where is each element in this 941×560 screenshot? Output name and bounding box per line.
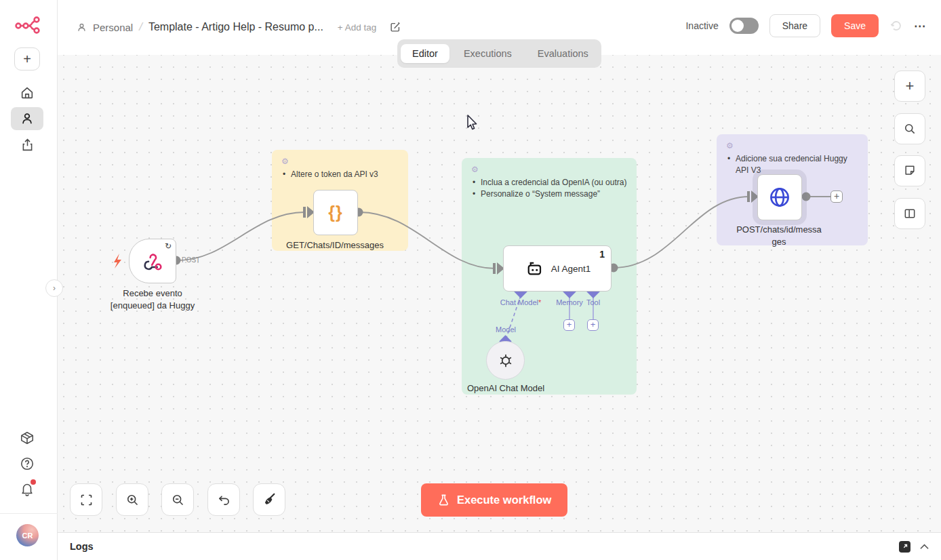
zoom-out-button[interactable] xyxy=(161,483,194,516)
tab-editor[interactable]: Editor xyxy=(401,44,449,63)
zoom-in-button[interactable] xyxy=(116,483,148,516)
add-sticky-button[interactable] xyxy=(894,155,925,186)
sticky-note-text: Inclua a credencial da OpenIA (ou outra) xyxy=(471,177,627,188)
sidebar-item-help[interactable] xyxy=(11,452,43,475)
zoom-out-icon xyxy=(171,493,185,507)
view-tabs: Editor Executions Evaluations xyxy=(397,39,601,68)
breadcrumb: Personal / Template - Artigo Help - Resu… xyxy=(77,20,401,34)
sidebar-item-templates[interactable] xyxy=(11,426,43,449)
webhook-icon xyxy=(141,249,164,273)
robot-icon xyxy=(524,258,544,279)
n8n-logo xyxy=(15,16,41,36)
popout-arrow-icon xyxy=(902,543,908,550)
undo-icon xyxy=(217,493,231,507)
sticky-note-text: Adicione sua credencial Huggy API V3 xyxy=(726,153,858,177)
help-icon xyxy=(20,456,35,471)
execute-workflow-button[interactable]: Execute workflow xyxy=(421,483,567,517)
iteration-badge: 1 xyxy=(599,249,605,260)
port-label-model: Model xyxy=(485,325,526,334)
workflow-title[interactable]: Template - Artigo Help - Resumo p... xyxy=(148,21,323,33)
open-logs-window-button[interactable] xyxy=(899,541,910,553)
split-panel-icon xyxy=(903,207,917,220)
node-http-get[interactable]: {} xyxy=(313,190,358,235)
node-http-post[interactable] xyxy=(757,174,802,220)
sidebar-item-home[interactable] xyxy=(11,81,43,104)
http-request-icon: {} xyxy=(328,203,342,222)
gear-icon: ⚙ xyxy=(726,141,858,151)
add-tool-button[interactable]: + xyxy=(587,319,599,331)
toggle-panel-button[interactable] xyxy=(894,198,925,229)
zoom-in-icon xyxy=(125,493,140,507)
share-out-icon xyxy=(20,138,35,152)
n8n-workflow-editor: ⚙ Altere o token da API v3 ⚙ Inclua a cr… xyxy=(0,0,941,560)
active-toggle[interactable] xyxy=(729,18,759,34)
notification-dot xyxy=(31,479,36,485)
sticky-note-text: Altere o token da API v3 xyxy=(281,169,399,180)
package-icon xyxy=(20,431,35,445)
home-icon xyxy=(20,85,35,100)
node-label-openai: OpenAI Chat Model xyxy=(458,382,553,395)
person-icon xyxy=(20,111,35,126)
node-ai-agent[interactable]: 1 AI Agent1 xyxy=(503,245,612,292)
globe-icon xyxy=(767,185,792,209)
fit-view-icon xyxy=(79,493,94,507)
undo-button[interactable] xyxy=(207,483,240,516)
share-button[interactable]: Share xyxy=(769,14,820,37)
fit-view-button[interactable] xyxy=(70,483,102,516)
breadcrumb-separator: / xyxy=(139,20,142,34)
broom-icon xyxy=(262,492,277,507)
add-memory-button[interactable]: + xyxy=(563,319,575,331)
add-tag-button[interactable]: + Add tag xyxy=(338,22,376,33)
waiting-status-icon: ↻ xyxy=(165,241,172,251)
more-options-button[interactable]: ⋯ xyxy=(914,19,926,33)
webhook-output-port-label: POST xyxy=(182,256,200,264)
collapse-chevron-icon[interactable] xyxy=(920,544,929,550)
person-icon xyxy=(77,22,87,33)
tab-evaluations[interactable]: Evaluations xyxy=(526,44,600,63)
sticky-note-text: Personalize o “System message” xyxy=(471,188,627,200)
flask-icon xyxy=(437,494,450,506)
sticky-note-icon xyxy=(903,164,917,178)
new-workflow-button[interactable]: + xyxy=(14,47,40,71)
sidebar-item-shared[interactable] xyxy=(11,133,43,156)
execute-workflow-label: Execute workflow xyxy=(457,494,551,506)
workflow-status-label: Inactive xyxy=(685,20,718,31)
gear-icon: ⚙ xyxy=(281,157,399,166)
logs-title: Logs xyxy=(70,541,94,552)
port-label-tool: Tool xyxy=(580,298,607,306)
search-nodes-button[interactable] xyxy=(894,113,925,144)
add-next-node-button[interactable]: + xyxy=(830,191,843,203)
breadcrumb-project[interactable]: Personal xyxy=(93,22,133,33)
add-node-button[interactable]: + xyxy=(894,71,925,102)
sidebar-item-personal[interactable] xyxy=(11,107,43,130)
save-button[interactable]: Save xyxy=(831,14,879,37)
tidy-up-button[interactable] xyxy=(253,483,285,516)
node-label-http-post: POST/chats/id/messages xyxy=(736,224,822,247)
node-inner-title: AI Agent1 xyxy=(551,264,591,274)
node-webhook-trigger[interactable]: ↻ xyxy=(129,239,176,283)
logs-panel[interactable]: Logs xyxy=(58,532,941,560)
tab-executions[interactable]: Executions xyxy=(452,44,523,63)
node-openai-chat-model[interactable] xyxy=(486,341,525,380)
node-label-http-get: GET/Chats/ID/messages xyxy=(281,239,389,252)
sidebar-divider xyxy=(0,513,58,514)
openai-icon xyxy=(496,351,515,370)
history-icon[interactable] xyxy=(889,19,903,33)
node-label-webhook: Recebe evento [enqueued] da Huggy xyxy=(105,287,200,311)
user-avatar[interactable]: CR xyxy=(16,524,39,546)
sidebar-expand-button[interactable]: › xyxy=(45,279,63,297)
toggle-knob xyxy=(732,20,744,32)
gear-icon: ⚙ xyxy=(471,165,627,174)
search-icon xyxy=(903,122,917,136)
sidebar-item-notifications[interactable] xyxy=(11,477,43,500)
port-label-chat-model: Chat Model* xyxy=(487,298,555,306)
edit-note-icon[interactable] xyxy=(389,21,401,33)
